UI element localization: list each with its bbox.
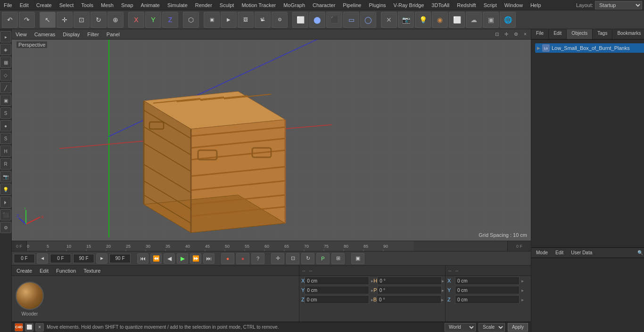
mode-vertex-icon[interactable]: ◇ [0,69,11,81]
menu-edit[interactable]: Edit [16,1,33,9]
obj-tab-bookmarks[interactable]: Bookmarks [612,29,644,39]
record-button[interactable]: ● [221,253,234,264]
vp-expand-icon[interactable]: ⊡ [493,31,501,38]
coord-p-input[interactable] [377,286,442,294]
transform-y-input[interactable] [455,286,520,294]
crate-object[interactable] [106,82,304,241]
sky-button[interactable]: ☁ [466,12,482,28]
obj-expand-icon[interactable]: ▶ [537,46,540,50]
material-ball-preview[interactable] [16,282,44,310]
menu-mesh[interactable]: Mesh [97,1,117,9]
menu-snap[interactable]: Snap [117,1,137,9]
mat-menu-function[interactable]: Function [54,267,78,275]
mat-menu-edit[interactable]: Edit [38,267,50,275]
null-button[interactable]: ✕ [381,12,397,28]
render-button[interactable]: ▶ [221,12,237,28]
playback-start-frame[interactable] [50,254,71,263]
obj-tab-tags[interactable]: Tags [593,29,612,39]
transform-z-input[interactable] [455,295,520,304]
menu-script[interactable]: Script [480,1,501,9]
world-dropdown[interactable]: World Object Camera [445,323,476,332]
picture-viewer-button[interactable]: 🖼 [238,12,254,28]
mode-edge-icon[interactable]: ╱ [0,82,11,93]
x-axis-button[interactable]: X [128,12,144,28]
coord-b-input[interactable] [377,295,441,304]
obj-tab-edit[interactable]: Edit [549,29,567,39]
mode-texture-icon[interactable]: ◈ [0,44,11,55]
redo-button[interactable]: ↷ [19,12,35,28]
render-settings-button[interactable]: ⚙ [272,12,288,28]
environment-button[interactable]: 🌐 [500,12,516,28]
menu-redshift[interactable]: Redshift [453,1,479,9]
plane-primitive-button[interactable]: ▭ [343,12,359,28]
floor-button[interactable]: ⬜ [449,12,465,28]
play-button[interactable]: ▶ [177,253,188,264]
obj-tab-objects[interactable]: Objects [567,29,593,39]
attr-edit-btn[interactable]: Edit [553,249,565,256]
menu-character[interactable]: Character [309,1,339,9]
render-region-button[interactable]: ▣ [204,12,220,28]
z-axis-button[interactable]: Z [162,12,178,28]
playback-decrease-btn[interactable]: ◀ [37,253,48,264]
scale-dropdown[interactable]: Scale [479,323,505,332]
select-model-button[interactable]: ↖ [40,12,56,28]
go-to-start-button[interactable]: ⏮ [137,253,149,264]
cinema4d-logo-icon[interactable]: C4D [15,323,23,332]
menu-animate[interactable]: Animate [137,1,164,9]
vp-menu-cameras[interactable]: Cameras [33,31,58,38]
material-button[interactable]: ◉ [432,12,448,28]
tool-hair-icon[interactable]: H [0,146,11,157]
coord-h-input[interactable] [377,276,442,285]
viewport-3d[interactable]: Perspective [12,40,531,241]
camera-button[interactable]: 📷 [398,12,414,28]
menu-plugins[interactable]: Plugins [365,1,389,9]
move-mode-pb-button[interactable]: ✛ [271,253,284,264]
menu-create[interactable]: Create [33,1,56,9]
vp-menu-view[interactable]: View [14,31,29,38]
pose-mode-pb-button[interactable]: P [316,253,330,264]
rotate-tool-button[interactable]: ↻ [91,12,107,28]
undo-button[interactable]: ↶ [2,12,18,28]
tool-spline-icon[interactable]: S [0,107,11,119]
mode-uv-icon[interactable]: ▦ [0,57,11,68]
tool-rig-icon[interactable]: R [0,158,11,170]
menu-help[interactable]: Help [527,1,545,9]
attr-mode-btn[interactable]: Mode [534,249,550,256]
auto-key-button[interactable]: ● [236,253,249,264]
menu-3dtoall[interactable]: 3DToAll [428,1,453,9]
render-active-button[interactable]: ▣ [351,253,364,264]
window-icon[interactable]: ⬜ [25,323,33,332]
menu-sculpt[interactable]: Sculpt [216,1,238,9]
menu-mograph[interactable]: MoGraph [280,1,309,9]
play-back-button[interactable]: ◀ [164,253,175,264]
step-back-button[interactable]: ⏪ [150,253,162,264]
timeline[interactable]: 0 F 0 5 10 15 20 25 30 35 [12,241,531,251]
menu-render[interactable]: Render [191,1,216,9]
menu-pipeline[interactable]: Pipeline [339,1,365,9]
playback-end-frame[interactable] [73,254,94,263]
scale-mode-pb-button[interactable]: ⊡ [286,253,299,264]
tool-render-icon[interactable]: ⬛ [0,209,11,220]
menu-file[interactable]: File [0,1,16,9]
cube-primitive-button[interactable]: ⬜ [292,12,308,28]
apply-button[interactable]: Apply [508,323,528,332]
menu-simulate[interactable]: Simulate [164,1,191,9]
y-axis-button[interactable]: Y [145,12,161,28]
go-to-end-button[interactable]: ⏭ [203,253,215,264]
rotate-mode-pb-button[interactable]: ↻ [301,253,314,264]
scale-tool-button[interactable]: ⊡ [74,12,90,28]
playback-increase-btn[interactable]: ▶ [96,253,107,264]
move-tool-button[interactable]: ✛ [57,12,73,28]
mat-menu-texture[interactable]: Texture [82,267,102,275]
vp-menu-panel[interactable]: Panel [105,31,122,38]
layout-dropdown[interactable]: Startup [595,1,642,9]
sphere-primitive-button[interactable]: ⬤ [309,12,325,28]
obj-item-box[interactable]: ▶ Lo Low_Small_Box_of_Burnt_Planks ● ● [535,43,644,53]
step-forward-button[interactable]: ⏩ [190,253,201,264]
menu-tools[interactable]: Tools [77,1,97,9]
tool-camera-icon[interactable]: 📷 [0,171,11,182]
coord-x-input[interactable] [305,276,369,285]
disk-primitive-button[interactable]: ◯ [360,12,376,28]
playback-settings-button[interactable]: ? [251,253,264,264]
transform-button[interactable]: ⊕ [107,12,124,28]
